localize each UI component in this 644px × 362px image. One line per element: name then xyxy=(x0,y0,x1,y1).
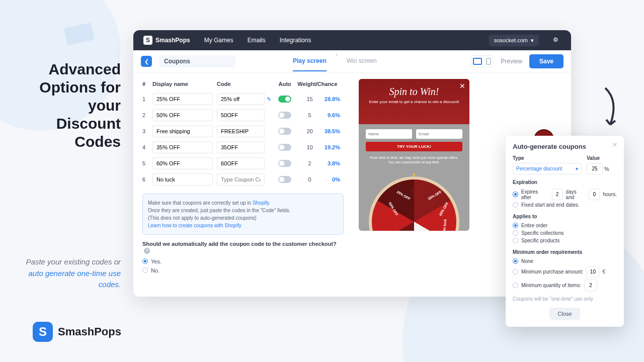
radio-min-none[interactable]: None xyxy=(513,257,617,265)
display-name-input[interactable] xyxy=(152,125,213,137)
radio-yes[interactable]: Yes. xyxy=(142,257,344,266)
panel-title: Auto-generate coupons xyxy=(513,143,617,150)
table-row: 4 1019.2% xyxy=(142,139,344,155)
wheel-icon: 50% OFF 25% OFF Free shipping 35% OFF 60… xyxy=(369,176,459,231)
nav-integrations[interactable]: Integrations xyxy=(280,37,311,44)
table-row: 3 2038.5% xyxy=(142,123,344,139)
pencil-icon[interactable]: ✎ xyxy=(267,96,271,103)
chevron-down-icon: ▾ xyxy=(576,166,578,171)
expiration-label: Expiration xyxy=(513,179,617,185)
display-name-input[interactable] xyxy=(152,157,213,169)
arrow-decoration xyxy=(601,85,621,131)
hero-subtitle: Paste your existing codes or auto genera… xyxy=(20,256,121,291)
preview-title: Spin to Win! xyxy=(363,86,465,98)
table-row: 1 ✎ 1528.8% xyxy=(142,91,344,107)
info-icon[interactable]: ? xyxy=(144,248,150,254)
back-button[interactable]: ❮ xyxy=(141,56,152,67)
email-input[interactable] xyxy=(416,129,462,139)
type-select[interactable]: Percentage discount▾ xyxy=(513,163,582,174)
name-input[interactable] xyxy=(366,129,412,139)
code-input[interactable] xyxy=(217,173,265,186)
brand-name: SmashPops xyxy=(58,325,121,338)
code-input[interactable] xyxy=(217,141,265,153)
display-name-input[interactable] xyxy=(152,141,213,153)
tab-win-screen[interactable]: Win screen xyxy=(347,51,377,71)
info-note: Make sure that coupons are correctly set… xyxy=(142,194,344,235)
radio-collections[interactable]: Specific collections xyxy=(513,229,617,237)
hours-input[interactable] xyxy=(589,189,600,200)
days-input[interactable] xyxy=(552,189,563,200)
device-toggle xyxy=(470,55,494,67)
code-input[interactable] xyxy=(217,125,265,137)
topbar: SSmashPops My Games Emails Integrations … xyxy=(133,30,571,50)
radio-products[interactable]: Specific products xyxy=(513,237,617,244)
radio-min-qty[interactable]: Minimum quantity of items: xyxy=(513,279,617,292)
display-name-input[interactable] xyxy=(152,173,213,186)
brand-footer: S SmashPops xyxy=(33,322,121,342)
auto-toggle[interactable] xyxy=(278,144,291,151)
applies-label: Applies to xyxy=(513,214,617,219)
auto-toggle[interactable] xyxy=(278,112,291,119)
radio-min-amount[interactable]: Minimum purchase amount: € xyxy=(513,265,617,279)
preview-disclaimer: From time to time, we may send you more … xyxy=(363,153,465,166)
device-mobile-icon[interactable] xyxy=(486,58,491,65)
code-input[interactable] xyxy=(217,157,265,169)
brand-icon: S xyxy=(33,322,53,342)
app-logo[interactable]: SSmashPops xyxy=(143,36,190,45)
auto-generate-panel: ✕ Auto-generate coupons Type Percentage … xyxy=(506,136,624,327)
min-qty-input[interactable] xyxy=(584,280,597,291)
table-header: # Display name Code Auto Weight/Chance xyxy=(142,79,344,91)
checkout-question: Should we automatically add the coupon c… xyxy=(142,241,344,254)
device-desktop-icon[interactable] xyxy=(473,58,482,65)
hero-title: Advanced Options for your Discount Codes xyxy=(20,60,121,151)
panel-hint: Coupons will be "one-time" use only. xyxy=(513,296,617,302)
chevron-down-icon: ▾ xyxy=(531,37,534,44)
type-label: Type xyxy=(513,155,582,161)
auto-toggle[interactable] xyxy=(278,96,291,103)
display-name-input[interactable] xyxy=(152,109,213,121)
subbar: ❮ Coupons Play screen › Win screen Previ… xyxy=(133,50,571,73)
auto-toggle[interactable] xyxy=(278,160,291,167)
shopify-link[interactable]: Shopify. xyxy=(253,200,270,206)
preview-link[interactable]: Preview xyxy=(501,58,522,65)
nav-emails[interactable]: Emails xyxy=(248,37,266,44)
tab-play-screen[interactable]: Play screen xyxy=(293,51,327,71)
radio-fixed-dates[interactable]: Fixed start and end dates. xyxy=(513,201,617,209)
account-dropdown[interactable]: sosocket.com▾ xyxy=(489,35,539,46)
table-row: 2 59.6% xyxy=(142,107,344,123)
try-luck-button[interactable]: TRY YOUR LUCK! xyxy=(366,142,462,151)
code-input[interactable] xyxy=(217,93,265,105)
nav-my-games[interactable]: My Games xyxy=(204,37,233,44)
value-input[interactable] xyxy=(587,163,603,174)
radio-expires-after[interactable]: Expires after days and hours. xyxy=(513,188,617,201)
panel-close-icon[interactable]: ✕ xyxy=(612,141,618,149)
auto-toggle[interactable] xyxy=(278,176,291,183)
min-label: Minimum order requirements xyxy=(513,249,617,255)
game-preview: ✕ Spin to Win! Enter your email to get a… xyxy=(359,79,469,231)
display-name-input[interactable] xyxy=(152,93,213,105)
breadcrumb[interactable]: Coupons xyxy=(159,55,235,67)
gear-icon[interactable]: ⚙ xyxy=(553,36,561,44)
min-amount-input[interactable] xyxy=(586,266,599,278)
close-button[interactable]: Close xyxy=(549,308,580,320)
table-row: 5 23.8% xyxy=(142,155,344,171)
radio-no[interactable]: No. xyxy=(142,266,344,275)
radio-entire-order[interactable]: Entire order xyxy=(513,222,617,229)
learn-link[interactable]: Learn how to create coupons with Shopify xyxy=(148,223,242,228)
table-row: 6 00% xyxy=(142,171,344,188)
value-label: Value xyxy=(587,155,617,161)
save-button[interactable]: Save xyxy=(529,54,564,68)
preview-subtitle: Enter your email to get a chance to win … xyxy=(363,100,465,104)
auto-toggle[interactable] xyxy=(278,128,291,135)
close-icon[interactable]: ✕ xyxy=(459,82,465,90)
code-input[interactable] xyxy=(217,109,265,121)
